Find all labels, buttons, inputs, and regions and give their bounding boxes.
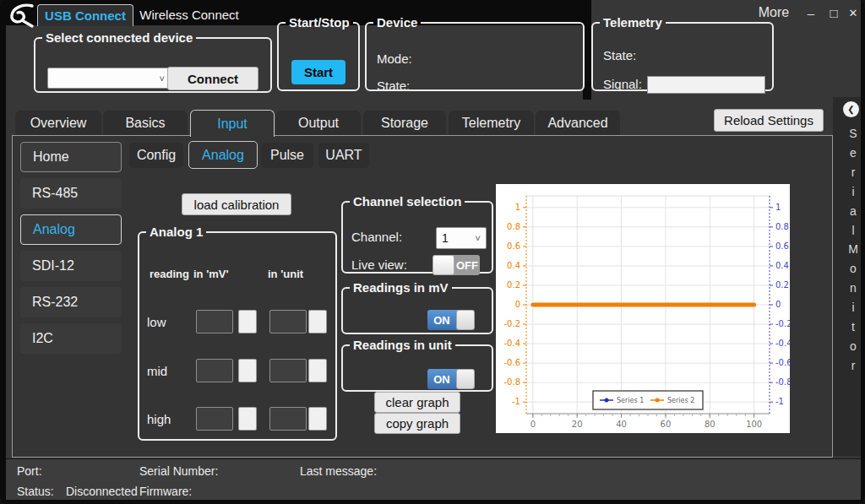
sidebar-item-rs485[interactable]: RS-485 <box>20 178 122 209</box>
sidebar-item-sdi12[interactable]: SDI-12 <box>20 251 122 281</box>
col-header-unit: in 'unit <box>268 268 303 280</box>
toggle-state-label: ON <box>427 369 456 389</box>
high-mv-input[interactable] <box>196 407 233 431</box>
expand-serial-monitor-icon[interactable]: ❮ <box>843 101 859 117</box>
sidebar-item-i2c[interactable]: I2C <box>20 323 122 354</box>
live-view-label: Live view: <box>351 257 407 272</box>
tab-storage[interactable]: Storage <box>363 111 446 135</box>
svg-text:1: 1 <box>515 203 520 212</box>
svg-text:100: 100 <box>746 420 762 429</box>
high-unit-set-input[interactable] <box>308 407 327 431</box>
subtab-config[interactable]: Config <box>129 143 183 168</box>
group-select-device: Select connected device ˅ Connect <box>34 30 272 93</box>
high-unit-input[interactable] <box>269 407 307 431</box>
svg-text:0.8: 0.8 <box>775 222 789 231</box>
channel-dropdown-value: 1 <box>442 231 449 245</box>
signal-strength-bar <box>647 76 765 94</box>
load-calibration-button[interactable]: load calibration <box>182 193 291 215</box>
tab-output[interactable]: Output <box>276 111 361 135</box>
svg-text:-0.4: -0.4 <box>775 339 790 348</box>
status-label: Status: <box>17 485 54 498</box>
group-readings-mv-title: Readings in mV <box>350 280 452 295</box>
group-device: Device Mode: State: <box>365 15 585 91</box>
group-device-title: Device <box>373 15 421 30</box>
device-dropdown[interactable]: ˅ <box>47 68 171 89</box>
svg-text:0.6: 0.6 <box>507 241 520 251</box>
svg-text:-0.8: -0.8 <box>503 377 520 387</box>
group-telemetry: Telemetry State: Signal: <box>591 15 774 91</box>
svg-text:0: 0 <box>515 300 520 309</box>
svg-text:-0.4: -0.4 <box>503 339 520 348</box>
low-unit-input[interactable] <box>269 310 307 333</box>
subtab-pulse[interactable]: Pulse <box>261 143 313 168</box>
tab-telemetry[interactable]: Telemetry <box>449 111 534 135</box>
connect-button[interactable]: Connect <box>167 67 258 90</box>
svg-text:0.8: 0.8 <box>507 222 520 231</box>
mid-mv-set-input[interactable] <box>238 359 257 382</box>
maximize-icon[interactable]: □ <box>824 4 843 21</box>
sidebar-item-home[interactable]: Home <box>20 142 122 172</box>
serial-monitor-label-2: Monitor <box>841 242 860 378</box>
low-unit-set-input[interactable] <box>308 310 327 333</box>
sidebar-item-rs232[interactable]: RS-232 <box>20 287 122 317</box>
svg-text:0: 0 <box>775 300 781 309</box>
group-start-stop-title: Start/Stop <box>286 15 353 30</box>
low-mv-input[interactable] <box>196 310 233 333</box>
col-header-mv: in 'mV' <box>193 268 229 280</box>
minimize-icon[interactable]: – <box>802 4 819 21</box>
start-button[interactable]: Start <box>291 60 345 84</box>
svg-text:1: 1 <box>775 203 781 212</box>
mid-mv-input[interactable] <box>196 359 233 382</box>
tab-wireless-connect[interactable]: Wireless Connect <box>135 4 243 25</box>
svg-text:0.2: 0.2 <box>775 280 789 290</box>
toggle-knob <box>456 310 475 330</box>
window-edge-left <box>0 0 6 504</box>
channel-label: Channel: <box>351 230 402 244</box>
mid-unit-input[interactable] <box>269 359 307 382</box>
tab-usb-connect[interactable]: USB Connect <box>37 4 133 26</box>
reload-settings-button[interactable]: Reload Settings <box>714 109 824 132</box>
tab-overview[interactable]: Overview <box>15 111 101 135</box>
live-view-toggle[interactable]: OFF <box>432 255 480 275</box>
svg-text:-1: -1 <box>775 397 784 406</box>
close-icon[interactable]: ✕ <box>845 4 862 21</box>
tab-basics[interactable]: Basics <box>103 111 188 135</box>
high-mv-set-input[interactable] <box>238 407 257 431</box>
svg-text:-0.8: -0.8 <box>775 377 790 387</box>
mid-unit-set-input[interactable] <box>308 359 327 382</box>
group-channel-selection: Channel selection Channel: 1 ˅ Live view… <box>341 194 493 274</box>
clear-graph-button[interactable]: clear graph <box>374 392 460 413</box>
channel-dropdown[interactable]: 1 ˅ <box>436 227 487 249</box>
low-mv-set-input[interactable] <box>238 310 257 333</box>
svg-text:-0.2: -0.2 <box>503 319 520 328</box>
tab-advanced[interactable]: Advanced <box>536 111 620 135</box>
svg-text:0.2: 0.2 <box>507 280 520 290</box>
row-label-low: low <box>147 315 166 329</box>
group-analog1-title: Analog 1 <box>146 225 206 239</box>
serial-monitor-label-1: Serial <box>841 127 860 243</box>
sidebar-item-analog[interactable]: Analog <box>20 214 122 245</box>
tab-input[interactable]: Input <box>190 110 275 137</box>
readings-unit-toggle[interactable]: ON <box>427 369 475 389</box>
subtab-uart[interactable]: UART <box>318 143 369 168</box>
readings-mv-toggle[interactable]: ON <box>427 310 475 330</box>
brand-logo-icon <box>7 2 37 29</box>
status-value: Disconnected <box>66 485 138 498</box>
toggle-knob <box>456 369 475 389</box>
col-header-reading: reading <box>150 268 189 280</box>
device-state-label: State: <box>377 79 410 93</box>
row-label-mid: mid <box>147 364 167 378</box>
window-edge-right <box>861 0 865 504</box>
copy-graph-button[interactable]: copy graph <box>374 413 460 434</box>
svg-text:Series 2: Series 2 <box>667 397 694 404</box>
subtab-analog[interactable]: Analog <box>188 141 258 169</box>
svg-text:0.4: 0.4 <box>775 261 789 270</box>
svg-text:0.6: 0.6 <box>775 241 789 251</box>
device-mode-label: Mode: <box>377 51 412 66</box>
group-channel-selection-title: Channel selection <box>350 194 465 209</box>
svg-text:40: 40 <box>616 420 627 429</box>
svg-text:-0.2: -0.2 <box>775 319 790 328</box>
svg-text:0: 0 <box>530 420 536 429</box>
toggle-knob <box>432 255 454 275</box>
group-telemetry-title: Telemetry <box>600 15 666 30</box>
